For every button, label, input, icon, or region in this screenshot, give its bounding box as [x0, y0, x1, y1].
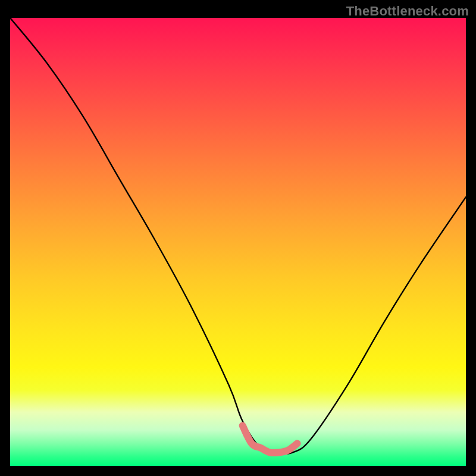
pink-segment: [243, 425, 298, 453]
curves-layer: [10, 18, 466, 466]
watermark-text: TheBottleneck.com: [346, 4, 469, 19]
black-curve: [10, 18, 466, 454]
chart-container: TheBottleneck.com: [0, 0, 476, 476]
plot-area: [10, 18, 466, 466]
